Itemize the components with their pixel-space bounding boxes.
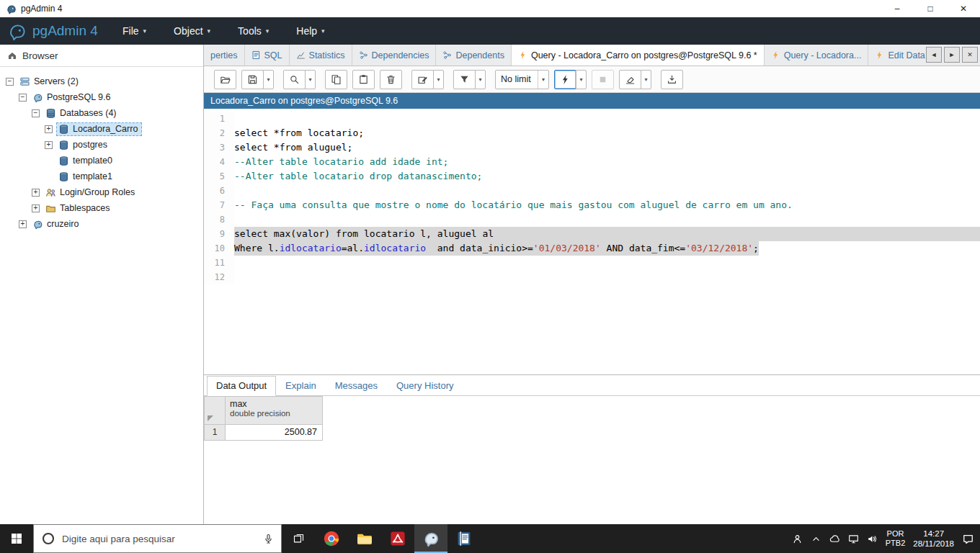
hidden-icons-chevron-icon[interactable] [811, 534, 821, 544]
tree-item-postgresql-9-6[interactable]: −PostgreSQL 9.6 [0, 89, 203, 105]
onedrive-icon[interactable] [829, 534, 840, 544]
clear-button[interactable] [619, 70, 641, 89]
language-indicator[interactable]: POR PTB2 [886, 529, 906, 548]
editor-line[interactable]: 5--Alter table locatario drop datanascim… [204, 169, 980, 184]
expand-icon[interactable]: + [32, 204, 40, 212]
filter-button-menu[interactable]: ▾ [475, 70, 486, 89]
filter-button[interactable] [453, 70, 476, 89]
tab-scroll-left-button[interactable]: ◄ [926, 47, 942, 63]
editor-line[interactable]: 9select max(valor) from locatario l, alu… [204, 227, 980, 241]
tab-scroll-right-button[interactable]: ► [944, 47, 960, 63]
editor-line[interactable]: 10Where l.idlocatario=al.idlocatario and… [204, 241, 980, 256]
row-limit-combo[interactable]: No limit▾ [495, 70, 549, 89]
tab-dependencies[interactable]: Dependencies [352, 45, 437, 66]
tree-item-template1[interactable]: template1 [0, 168, 203, 184]
grid-select-all-corner[interactable] [204, 396, 226, 425]
expand-icon[interactable]: + [45, 141, 53, 149]
minimize-button[interactable]: – [881, 0, 914, 17]
execute-button[interactable] [554, 70, 576, 89]
tab-query-history[interactable]: Query History [387, 376, 463, 396]
menu-object[interactable]: Object▾ [174, 25, 210, 37]
people-icon[interactable] [792, 534, 803, 544]
find-button[interactable] [283, 70, 306, 89]
sql-editor[interactable]: 12select *from locatario;3select *from a… [204, 109, 980, 374]
maximize-button[interactable]: □ [914, 0, 947, 17]
tab-query-locadora[interactable]: Query - Locadora... [765, 45, 869, 66]
paste-button[interactable] [352, 70, 375, 89]
tab-sql[interactable]: SQL [245, 45, 290, 66]
chevron-down-icon[interactable]: ▾ [538, 71, 548, 89]
clear-button-menu[interactable]: ▾ [641, 70, 651, 89]
save-button[interactable] [241, 70, 264, 89]
tab-statistics[interactable]: Statistics [290, 45, 352, 66]
taskbar-app-chrome[interactable] [315, 524, 348, 553]
editor-line[interactable]: 4--Alter table locatario add idade int; [204, 155, 980, 169]
tab-explain[interactable]: Explain [276, 376, 326, 396]
tree-item-postgres[interactable]: +postgres [0, 137, 203, 153]
taskbar-clock[interactable]: 14:27 28/11/2018 [913, 529, 954, 549]
tab-data-output[interactable]: Data Output [207, 376, 276, 396]
code-line: select max(valor) from locatario l, alug… [234, 227, 980, 241]
start-button[interactable] [0, 524, 33, 553]
tab-edit-data[interactable]: Edit Data [868, 45, 925, 66]
taskbar-app-acrobat[interactable] [381, 524, 414, 553]
delete-button[interactable] [380, 70, 402, 89]
tree-item-tablespaces[interactable]: +Tablespaces [0, 200, 203, 216]
menu-help[interactable]: Help▾ [296, 25, 324, 37]
line-number: 12 [204, 270, 234, 284]
taskbar-search-input[interactable]: Digite aqui para pesquisar [33, 524, 282, 553]
tree-item-login-group-roles[interactable]: +Login/Group Roles [0, 184, 203, 200]
microphone-icon[interactable] [263, 534, 274, 544]
editor-line[interactable]: 1 [204, 112, 980, 126]
stop-button[interactable] [592, 70, 614, 89]
editor-line[interactable]: 3select *from aluguel; [204, 140, 980, 155]
tree-item-databases-4[interactable]: −Databases (4) [0, 105, 203, 121]
editor-line[interactable]: 12 [204, 270, 980, 284]
editor-line[interactable]: 11 [204, 256, 980, 270]
tree-item-template0[interactable]: template0 [0, 153, 203, 168]
editor-line[interactable]: 8 [204, 212, 980, 227]
execute-button-menu[interactable]: ▾ [576, 70, 587, 89]
copy-button[interactable] [325, 70, 347, 89]
collapse-icon[interactable]: − [19, 94, 27, 102]
taskbar-app-pgadmin[interactable] [414, 524, 447, 553]
collapse-icon[interactable]: − [6, 78, 14, 86]
menu-file[interactable]: File▾ [122, 25, 146, 37]
collapse-icon[interactable]: − [32, 109, 40, 117]
network-icon[interactable] [848, 534, 859, 544]
tree-item-servers-2[interactable]: −Servers (2) [0, 73, 203, 89]
tab-dependents[interactable]: Dependents [436, 45, 511, 66]
taskbar-app-explorer[interactable] [348, 524, 381, 553]
tree-item-cruzeiro[interactable]: +cruzeiro [0, 216, 203, 232]
edit-button[interactable] [411, 70, 434, 89]
open-file-button[interactable] [214, 70, 236, 89]
result-cell[interactable]: 2500.87 [226, 425, 323, 441]
tab-label: SQL [264, 50, 282, 60]
editor-line[interactable]: 6 [204, 184, 980, 198]
download-button[interactable] [661, 70, 683, 89]
editor-line[interactable]: 7-- Faça uma consulta que mostre o nome … [204, 198, 980, 212]
file-explorer-icon [356, 530, 373, 547]
volume-icon[interactable] [867, 534, 878, 544]
expand-icon[interactable]: + [19, 220, 27, 228]
tab-messages[interactable]: Messages [326, 376, 387, 396]
tree-item-locadora-carro[interactable]: +Locadora_Carro [0, 121, 203, 137]
tab-query-locadora-carro-on-postgres-postgresql-9-6[interactable]: Query - Locadora_Carro on postgres@Postg… [512, 45, 765, 66]
task-view-button[interactable] [282, 524, 315, 553]
menu-file-label: File [122, 25, 139, 37]
grid-column-header[interactable]: max double precision [226, 396, 323, 425]
expand-icon[interactable]: + [45, 125, 53, 133]
expand-icon[interactable]: + [32, 189, 40, 197]
taskbar-app-notes[interactable] [447, 524, 481, 553]
close-button[interactable]: ✕ [947, 0, 980, 17]
tab-close-button[interactable]: ✕ [962, 47, 978, 63]
row-number-cell[interactable]: 1 [204, 425, 226, 441]
find-button-menu[interactable]: ▾ [305, 70, 316, 89]
action-center-icon[interactable] [962, 533, 974, 545]
tab-perties[interactable]: perties [204, 45, 245, 66]
save-button-menu[interactable]: ▾ [263, 70, 274, 89]
edit-button-menu[interactable]: ▾ [433, 70, 444, 89]
editor-line[interactable]: 2select *from locatario; [204, 126, 980, 140]
row-limit-value: No limit [496, 74, 538, 84]
menu-tools[interactable]: Tools▾ [238, 25, 269, 37]
